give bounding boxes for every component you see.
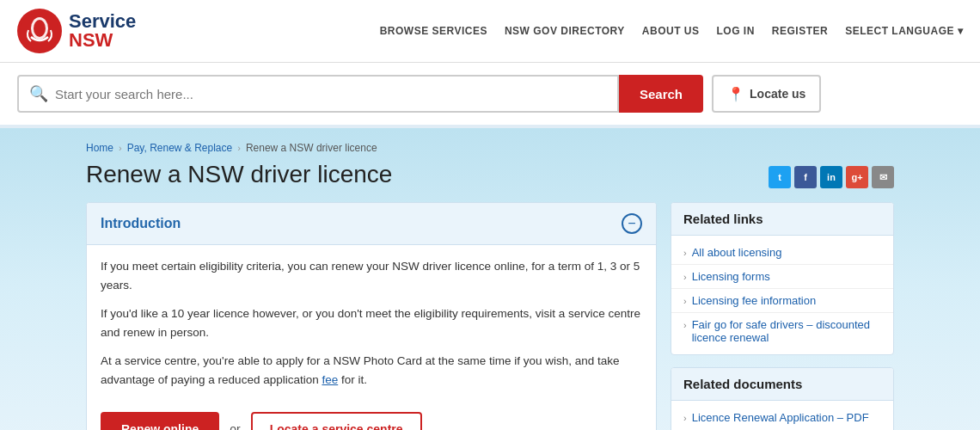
related-link-all-about-licensing[interactable]: › All about licensing bbox=[683, 246, 881, 259]
search-area: 🔍 Search 📍 Locate us bbox=[0, 63, 980, 128]
nav-register[interactable]: REGISTER bbox=[772, 25, 828, 37]
email-share-button[interactable]: ✉ bbox=[872, 166, 894, 188]
google-plus-share-button[interactable]: g+ bbox=[846, 166, 868, 188]
related-documents-header: Related documents bbox=[671, 368, 893, 401]
intro-paragraph-3-end: for it. bbox=[338, 373, 367, 386]
related-links-list: › All about licensing › Licensing forms … bbox=[671, 236, 893, 354]
chevron-right-icon: › bbox=[683, 413, 687, 423]
search-icon: 🔍 bbox=[29, 84, 48, 103]
nav-nsw-gov-directory[interactable]: NSW GOV DIRECTORY bbox=[505, 25, 625, 37]
page-title-row: Renew a NSW driver licence t f in g+ ✉ bbox=[86, 161, 894, 188]
related-link-fair-go[interactable]: › Fair go for safe drivers – discounted … bbox=[683, 318, 881, 344]
breadcrumb-sep-1: › bbox=[119, 143, 122, 153]
nav-select-language[interactable]: SELECT LANGUAGE ▾ bbox=[845, 25, 963, 37]
logo-service-text: Service bbox=[69, 12, 136, 31]
svg-point-2 bbox=[34, 20, 46, 37]
list-item: › All about licensing bbox=[671, 241, 893, 265]
list-item: › Licensing fee information bbox=[671, 289, 893, 313]
intro-paragraph-1: If you meet certain eligibility criteria… bbox=[101, 257, 642, 294]
nav-select-language-link[interactable]: SELECT LANGUAGE bbox=[845, 25, 954, 37]
search-button[interactable]: Search bbox=[619, 75, 703, 113]
chevron-right-icon: › bbox=[683, 248, 687, 258]
nav-log-in[interactable]: LOG IN bbox=[716, 25, 754, 37]
chevron-right-icon: › bbox=[683, 296, 687, 306]
twitter-share-button[interactable]: t bbox=[769, 166, 791, 188]
intro-paragraph-2: If you'd like a 10 year licence however,… bbox=[101, 304, 642, 341]
two-column-layout: Introduction − If you meet certain eligi… bbox=[86, 202, 894, 430]
list-item: › Licensing forms bbox=[671, 265, 893, 289]
locate-button[interactable]: 📍 Locate us bbox=[712, 75, 821, 113]
linkedin-share-button[interactable]: in bbox=[820, 166, 842, 188]
related-documents-box: Related documents › Licence Renewal Appl… bbox=[671, 367, 894, 430]
related-link-licensing-forms[interactable]: › Licensing forms bbox=[683, 270, 881, 283]
locate-label: Locate us bbox=[750, 87, 805, 101]
logo-svg bbox=[20, 11, 59, 51]
dropdown-arrow-icon: ▾ bbox=[958, 25, 963, 37]
breadcrumb-current: Renew a NSW driver licence bbox=[246, 142, 377, 154]
locate-service-centre-button[interactable]: Locate a service centre bbox=[251, 412, 422, 430]
breadcrumb-home[interactable]: Home bbox=[86, 142, 113, 154]
search-wrapper: 🔍 bbox=[17, 75, 619, 113]
or-separator: or bbox=[230, 422, 240, 430]
search-input[interactable] bbox=[55, 87, 607, 101]
intro-actions: Renew online or Locate a service centre bbox=[87, 402, 656, 430]
related-link-label: All about licensing bbox=[692, 246, 782, 259]
renew-online-button[interactable]: Renew online bbox=[101, 412, 219, 430]
main-nav: BROWSE SERVICES NSW GOV DIRECTORY ABOUT … bbox=[380, 25, 963, 37]
related-link-label: Licensing forms bbox=[692, 270, 770, 283]
nav-browse-services[interactable]: BROWSE SERVICES bbox=[380, 25, 487, 37]
intro-box: Introduction − If you meet certain eligi… bbox=[86, 202, 657, 430]
main-container: Home › Pay, Renew & Replace › Renew a NS… bbox=[69, 128, 911, 430]
related-links-header: Related links bbox=[671, 203, 893, 236]
fee-link[interactable]: fee bbox=[322, 373, 338, 386]
related-documents-list: › Licence Renewal Application – PDF bbox=[671, 401, 893, 430]
logo-text: Service NSW bbox=[69, 12, 136, 50]
breadcrumb: Home › Pay, Renew & Replace › Renew a NS… bbox=[86, 142, 894, 154]
intro-title: Introduction bbox=[101, 216, 181, 231]
header: Service NSW BROWSE SERVICES NSW GOV DIRE… bbox=[0, 0, 980, 63]
facebook-share-button[interactable]: f bbox=[794, 166, 817, 188]
related-doc-licence-renewal[interactable]: › Licence Renewal Application – PDF bbox=[683, 411, 881, 424]
logo-circle bbox=[17, 9, 62, 53]
intro-paragraph-3: At a service centre, you're able to appl… bbox=[101, 352, 642, 389]
breadcrumb-pay-renew[interactable]: Pay, Renew & Replace bbox=[127, 142, 233, 154]
logo-nsw-text: NSW bbox=[69, 31, 136, 50]
related-link-label: Licensing fee information bbox=[692, 294, 817, 307]
related-doc-label: Licence Renewal Application – PDF bbox=[692, 411, 869, 424]
list-item: › Licence Renewal Application – PDF bbox=[671, 406, 893, 429]
page-title: Renew a NSW driver licence bbox=[86, 161, 392, 188]
related-link-licensing-fee[interactable]: › Licensing fee information bbox=[683, 294, 881, 307]
location-pin-icon: 📍 bbox=[727, 86, 744, 102]
intro-body: If you meet certain eligibility criteria… bbox=[87, 245, 656, 402]
nav-about-us[interactable]: ABOUT US bbox=[642, 25, 700, 37]
list-item: › Fair go for safe drivers – discounted … bbox=[671, 313, 893, 349]
collapse-button[interactable]: − bbox=[622, 213, 642, 234]
related-links-box: Related links › All about licensing › Li… bbox=[671, 202, 894, 355]
intro-header: Introduction − bbox=[87, 203, 656, 245]
chevron-right-icon: › bbox=[683, 272, 687, 282]
breadcrumb-sep-2: › bbox=[237, 143, 241, 153]
logo-area: Service NSW bbox=[17, 9, 136, 53]
social-icons: t f in g+ ✉ bbox=[769, 166, 894, 188]
right-column: Related links › All about licensing › Li… bbox=[671, 202, 894, 430]
chevron-right-icon: › bbox=[683, 320, 687, 330]
related-link-label: Fair go for safe drivers – discounted li… bbox=[692, 318, 881, 344]
